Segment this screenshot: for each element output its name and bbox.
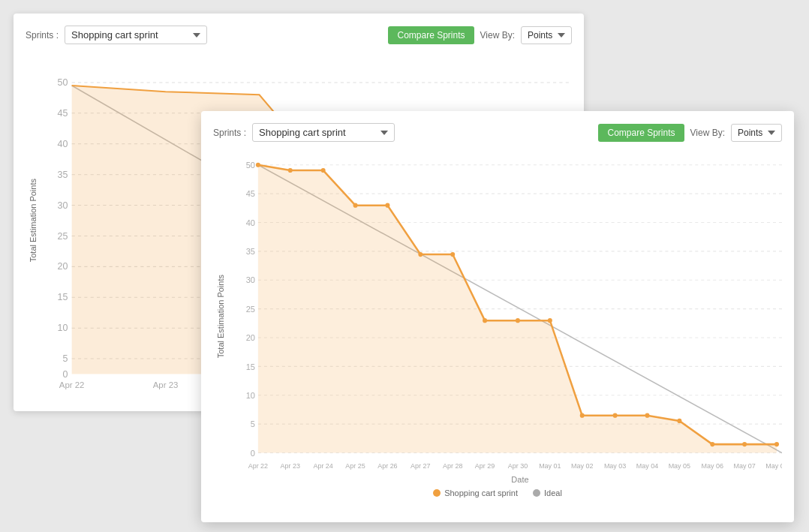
svg-point-65 — [677, 419, 681, 423]
svg-text:30: 30 — [246, 275, 255, 284]
svg-point-58 — [450, 252, 455, 257]
svg-text:Apr 25: Apr 25 — [345, 462, 365, 470]
svg-text:5: 5 — [251, 419, 255, 428]
svg-text:40: 40 — [58, 139, 68, 149]
back-header-right: Compare Sprints View By: Points — [388, 26, 572, 44]
svg-text:40: 40 — [246, 218, 255, 227]
back-viewby-select[interactable]: Points — [521, 26, 572, 44]
svg-text:May 05: May 05 — [669, 462, 690, 470]
svg-text:15: 15 — [246, 362, 255, 371]
svg-text:Apr 27: Apr 27 — [411, 462, 430, 470]
svg-point-68 — [774, 442, 779, 446]
front-chart-svg: 50 45 40 35 30 25 20 15 10 5 0 — [228, 149, 782, 484]
svg-text:25: 25 — [58, 231, 68, 242]
front-viewby-label: View By: — [690, 128, 725, 138]
svg-text:50: 50 — [246, 161, 255, 170]
svg-text:0: 0 — [251, 448, 255, 457]
front-sprint-select[interactable]: Shopping cart sprint — [252, 123, 395, 142]
svg-text:45: 45 — [246, 189, 255, 198]
svg-text:Apr 22: Apr 22 — [59, 380, 85, 389]
svg-text:5: 5 — [62, 353, 68, 364]
svg-text:15: 15 — [58, 292, 68, 302]
svg-point-60 — [516, 318, 520, 323]
back-sprints-label: Sprints : — [26, 30, 59, 41]
svg-point-56 — [385, 203, 389, 208]
svg-text:May 04: May 04 — [636, 462, 658, 470]
svg-text:Apr 30: Apr 30 — [508, 462, 528, 470]
svg-text:May 01: May 01 — [539, 462, 561, 470]
svg-text:May 08: May 08 — [765, 462, 782, 470]
svg-text:20: 20 — [58, 262, 68, 272]
svg-text:Apr 26: Apr 26 — [377, 462, 397, 470]
svg-text:10: 10 — [58, 323, 68, 333]
svg-text:20: 20 — [246, 333, 255, 342]
legend-dot-ideal — [533, 489, 540, 497]
svg-point-62 — [580, 413, 585, 418]
front-header-right: Compare Sprints View By: Points — [598, 124, 782, 142]
svg-text:Apr 23: Apr 23 — [153, 380, 179, 389]
svg-text:25: 25 — [246, 305, 255, 314]
back-compare-button[interactable]: Compare Sprints — [388, 26, 474, 44]
svg-point-59 — [483, 318, 487, 323]
chart-legend: Shopping cart sprint Ideal — [213, 488, 782, 497]
svg-text:10: 10 — [246, 391, 255, 400]
svg-text:Apr 24: Apr 24 — [313, 462, 332, 470]
svg-point-64 — [645, 413, 649, 418]
front-card: Sprints : Shopping cart sprint Compare S… — [201, 111, 794, 522]
svg-text:35: 35 — [58, 170, 68, 180]
back-y-axis-label: Total Estimation Points — [26, 179, 41, 262]
front-y-axis-label: Total Estimation Points — [213, 275, 228, 358]
back-sprint-select[interactable]: Shopping cart sprint — [65, 26, 207, 44]
back-card-header: Sprints : Shopping cart sprint Compare S… — [26, 26, 572, 44]
legend-label-sprint: Shopping cart sprint — [444, 488, 518, 497]
svg-point-61 — [548, 318, 552, 323]
back-viewby-label: View By: — [480, 30, 515, 41]
svg-point-66 — [710, 442, 714, 446]
svg-text:45: 45 — [58, 108, 68, 119]
svg-text:Apr 28: Apr 28 — [443, 462, 462, 470]
svg-point-54 — [321, 168, 326, 173]
svg-text:0: 0 — [62, 369, 68, 380]
svg-text:50: 50 — [58, 77, 68, 88]
legend-label-ideal: Ideal — [544, 488, 562, 497]
front-sprints-label: Sprints : — [213, 128, 246, 138]
svg-point-67 — [742, 442, 747, 446]
front-viewby-select[interactable]: Points — [731, 124, 782, 142]
svg-point-52 — [256, 163, 260, 167]
svg-text:May 07: May 07 — [733, 462, 755, 470]
svg-text:35: 35 — [246, 247, 255, 256]
svg-text:30: 30 — [58, 200, 68, 211]
svg-text:Apr 23: Apr 23 — [281, 462, 300, 470]
svg-text:May 06: May 06 — [702, 462, 723, 470]
svg-point-63 — [613, 413, 618, 418]
legend-dot-sprint — [433, 489, 441, 497]
svg-point-57 — [418, 252, 423, 257]
front-compare-button[interactable]: Compare Sprints — [598, 124, 684, 142]
svg-text:Apr 22: Apr 22 — [248, 462, 268, 470]
front-card-header: Sprints : Shopping cart sprint Compare S… — [213, 123, 782, 142]
svg-text:May 03: May 03 — [604, 462, 626, 470]
svg-point-53 — [288, 168, 293, 173]
legend-item-sprint: Shopping cart sprint — [433, 488, 518, 497]
legend-item-ideal: Ideal — [533, 488, 562, 497]
svg-text:Apr 29: Apr 29 — [475, 462, 495, 470]
svg-text:Date: Date — [511, 475, 528, 484]
svg-text:May 02: May 02 — [571, 462, 593, 470]
svg-point-55 — [353, 203, 358, 208]
